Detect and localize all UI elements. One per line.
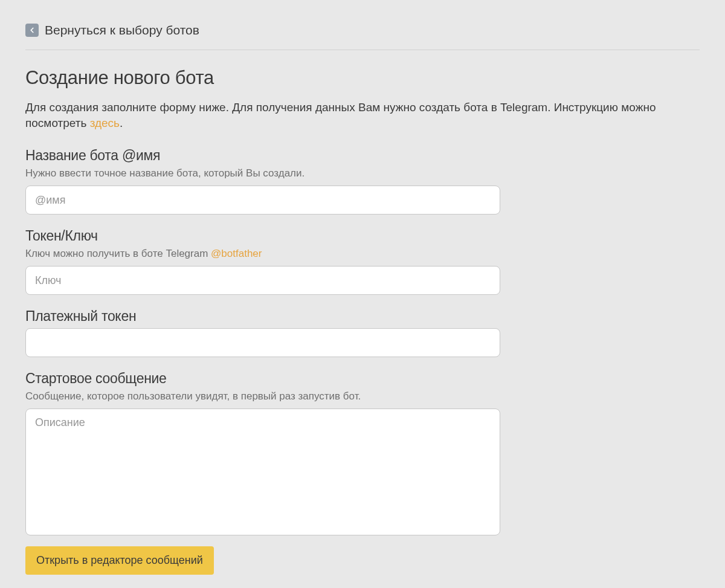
open-editor-button[interactable]: Открыть в редакторе сообщений [25, 546, 214, 575]
start-message-label: Стартовое сообщение [25, 370, 700, 387]
botname-help: Нужно ввести точное название бота, котор… [25, 167, 700, 179]
token-input[interactable] [25, 266, 500, 295]
payment-token-input[interactable] [25, 328, 500, 357]
token-help-link[interactable]: @botfather [211, 248, 262, 259]
field-token: Токен/Ключ Ключ можно получить в боте Te… [25, 228, 700, 295]
start-message-help: Сообщение, которое пользователи увидят, … [25, 390, 700, 402]
page-title: Создание нового бота [25, 67, 700, 89]
token-label: Токен/Ключ [25, 228, 700, 244]
intro-text-part2: . [120, 117, 123, 129]
start-message-textarea[interactable] [25, 409, 500, 535]
token-help: Ключ можно получить в боте Telegram @bot… [25, 248, 700, 260]
divider [25, 50, 700, 50]
back-link[interactable]: Вернуться к выбору ботов [25, 23, 199, 37]
back-arrow-icon [25, 24, 39, 37]
botname-label: Название бота @имя [25, 147, 700, 164]
botname-input[interactable] [25, 186, 500, 215]
intro-text: Для создания заполните форму ниже. Для п… [25, 100, 700, 131]
field-payment-token: Платежный токен [25, 308, 700, 357]
intro-link[interactable]: здесь [90, 117, 120, 129]
field-botname: Название бота @имя Нужно ввести точное н… [25, 147, 700, 215]
payment-token-label: Платежный токен [25, 308, 700, 325]
back-link-label: Вернуться к выбору ботов [45, 23, 199, 37]
token-help-text: Ключ можно получить в боте Telegram [25, 248, 211, 259]
field-start-message: Стартовое сообщение Сообщение, которое п… [25, 370, 700, 575]
